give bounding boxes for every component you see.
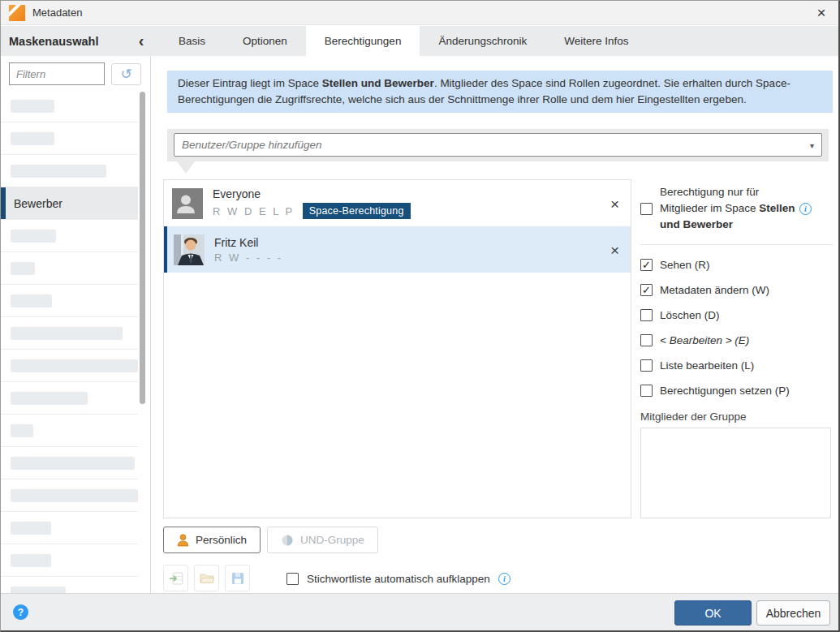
redacted-text-bar: [11, 132, 54, 145]
open-folder-button[interactable]: [194, 565, 219, 591]
keyword-auto-expand-checkbox[interactable]: ✓: [286, 573, 299, 585]
sidebar-item-placeholder[interactable]: [1, 544, 138, 577]
member-row-everyone[interactable]: EveryoneR W D E L PSpace-Berechtigung×: [164, 180, 631, 226]
keyword-checkbox-row: ✓ Stichwortliste automatisch aufklappen …: [286, 566, 510, 591]
cancel-button[interactable]: Abbrechen: [756, 600, 830, 626]
tab-basis[interactable]: Basis: [160, 26, 224, 56]
redacted-text-bar: [11, 262, 35, 275]
permission-members-panel: EveryoneR W D E L PSpace-Berechtigung×Fr…: [163, 179, 631, 518]
sidebar-item-placeholder[interactable]: [1, 350, 138, 382]
and-group-button-label: UND-Gruppe: [300, 534, 364, 546]
ok-button[interactable]: OK: [674, 600, 752, 626]
add-user-group-combo-wrap: ▾: [167, 129, 829, 161]
mask-sidebar: ↺ Bewerber: [1, 56, 151, 593]
dialog-footer: ? OK Abbrechen: [1, 593, 838, 630]
refresh-button[interactable]: ↺: [111, 63, 141, 85]
redacted-text-bar: [11, 230, 56, 243]
tab-berechtigungen[interactable]: Berechtigungen: [306, 26, 420, 56]
open-folder-icon: [200, 572, 214, 584]
sidebar-item-placeholder[interactable]: [1, 415, 138, 447]
redacted-text-bar: [11, 457, 135, 470]
permission-row: ✓Liste bearbeiten (L): [640, 353, 833, 378]
app-logo-icon: [9, 5, 25, 21]
info-icon[interactable]: i: [498, 573, 510, 585]
divider: [640, 244, 833, 245]
banner-text: Dieser Eintrag liegt im Space: [178, 77, 322, 89]
permission-checkbox-löschen-d-[interactable]: ✓: [640, 309, 653, 321]
permission-label: Sehen (R): [660, 259, 710, 271]
tab-optionen[interactable]: Optionen: [224, 26, 306, 56]
permission-label: Metadaten ändern (W): [660, 284, 769, 296]
permission-checkbox-sehen-r-[interactable]: ✓: [640, 259, 653, 271]
redacted-text-bar: [11, 392, 88, 405]
sidebar-item-placeholder[interactable]: [1, 220, 138, 252]
sidebar-item-placeholder[interactable]: [1, 447, 138, 479]
space-permission-badge: Space-Berechtigung: [303, 203, 411, 219]
sidebar-item-placeholder[interactable]: [1, 317, 138, 350]
group-avatar-icon: [172, 188, 203, 219]
help-icon[interactable]: ?: [13, 604, 28, 620]
sidebar-item-placeholder[interactable]: [1, 252, 138, 285]
add-user-group-input[interactable]: [174, 133, 822, 157]
personal-button-label: Persönlich: [196, 534, 247, 546]
close-icon[interactable]: ×: [812, 4, 830, 22]
group-members-box: [640, 428, 831, 518]
filter-input[interactable]: [9, 62, 105, 85]
member-type-buttons: Persönlich UND-Gruppe: [163, 527, 378, 553]
tab-weitere-infos[interactable]: Weitere Infos: [545, 26, 647, 56]
redacted-text-bar: [11, 100, 54, 113]
permission-checkbox-metadaten-ändern-w-[interactable]: ✓: [640, 284, 653, 296]
save-button[interactable]: [225, 565, 250, 591]
refresh-icon: ↺: [120, 67, 131, 81]
redacted-text-bar: [11, 554, 51, 567]
sidebar-item-placeholder[interactable]: [1, 479, 138, 512]
sidebar-item-bewerber[interactable]: Bewerber: [1, 187, 138, 220]
tab-strip: Maskenauswahl ‹ BasisOptionenBerechtigun…: [1, 26, 838, 56]
group-members-label: Mitglieder der Gruppe: [640, 411, 833, 423]
import-keyword-icon: [169, 572, 183, 585]
tab-änderungschronik[interactable]: Änderungschronik: [420, 26, 545, 56]
sidebar-item-placeholder[interactable]: [1, 90, 138, 123]
permission-label: Löschen (D): [660, 309, 720, 321]
personal-button[interactable]: Persönlich: [163, 527, 261, 553]
info-icon[interactable]: i: [799, 203, 812, 215]
sidebar-scrollbar[interactable]: [140, 92, 145, 404]
redacted-text-bar: [11, 522, 51, 535]
remove-member-icon[interactable]: ×: [610, 196, 619, 211]
banner-space-name: Stellen und Bewerber: [322, 77, 434, 89]
redacted-text-bar: [11, 489, 138, 502]
sidebar-item-placeholder[interactable]: [1, 155, 138, 187]
member-info: Fritz KeilR W - - - -: [214, 236, 283, 264]
permission-checkbox--bearbeiten-e-[interactable]: ✓: [640, 334, 653, 346]
sidebar-item-placeholder[interactable]: [1, 512, 138, 544]
redacted-text-bar: [11, 295, 52, 307]
metadata-dialog: Metadaten × Maskenauswahl ‹ BasisOptione…: [0, 0, 840, 632]
import-keyword-button[interactable]: [163, 565, 188, 591]
remove-member-icon[interactable]: ×: [610, 242, 619, 257]
sidebar-item-label: Bewerber: [14, 197, 62, 210]
member-row-fritz-keil[interactable]: Fritz KeilR W - - - -×: [164, 226, 631, 273]
sidebar-item-placeholder[interactable]: [1, 285, 138, 317]
permission-label: Liste bearbeiten (L): [660, 359, 754, 372]
save-icon: [231, 572, 244, 585]
sidebar-item-placeholder[interactable]: [1, 382, 138, 415]
window-title: Metadaten: [32, 6, 82, 19]
scope-checkbox[interactable]: ✓: [640, 203, 653, 215]
mask-list: Bewerber: [1, 90, 138, 593]
and-group-button[interactable]: UND-Gruppe: [267, 527, 378, 553]
scope-checkbox-row: ✓ Berechtigung nur für Mitglieder im Spa…: [640, 184, 833, 233]
permission-checkbox-berechtigungen-setzen-p-[interactable]: ✓: [640, 385, 653, 397]
permission-checkbox-liste-bearbeiten-l-[interactable]: ✓: [640, 359, 653, 372]
member-name: Everyone: [213, 187, 411, 200]
member-info: EveryoneR W D E L PSpace-Berechtigung: [213, 187, 411, 219]
person-icon: [177, 534, 189, 547]
permission-row: ✓Löschen (D): [640, 303, 833, 328]
permission-checkbox-list: ✓Sehen (R)✓Metadaten ändern (W)✓Löschen …: [640, 252, 833, 403]
keyword-checkbox-label: Stichwortliste automatisch aufklappen: [307, 573, 490, 585]
and-group-icon: [281, 534, 294, 547]
permission-row: ✓Metadaten ändern (W): [640, 277, 833, 303]
sidebar-header: Maskenauswahl: [9, 26, 98, 56]
collapse-sidebar-icon[interactable]: ‹: [133, 26, 149, 56]
sidebar-item-placeholder[interactable]: [1, 123, 138, 155]
sidebar-item-placeholder[interactable]: [1, 577, 138, 593]
